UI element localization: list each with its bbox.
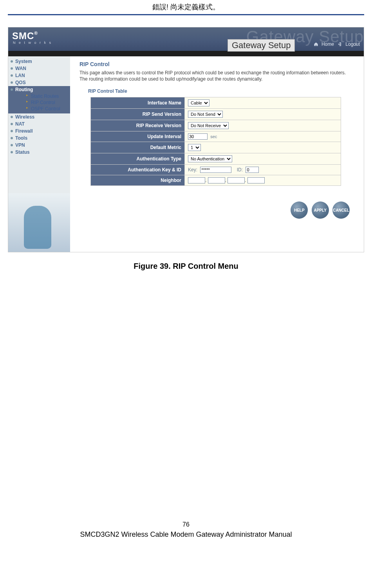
key-label: Key: [188, 167, 197, 173]
home-icon [314, 42, 318, 47]
label-update-interval: Update Interval [91, 131, 185, 142]
update-interval-unit: sec [210, 134, 217, 139]
update-interval-input[interactable] [188, 133, 208, 140]
sidebar-item-firewall[interactable]: Firewall [8, 128, 70, 135]
sidebar-item-label: RIP Control [31, 100, 55, 105]
logo-registered: ® [34, 31, 38, 36]
label-rip-send: RIP Send Version [91, 109, 185, 120]
top-warning: 錯誤! 尚未定義樣式。 [8, 0, 364, 13]
neighbor-oct4-input[interactable] [247, 177, 265, 183]
sidebar-item-label: Tools [15, 135, 27, 141]
label-auth-type: Authentication Type [91, 153, 185, 165]
rip-control-table: Interface Name Cable RIP Send Version Do… [90, 97, 341, 186]
header-links: Home Logout [311, 41, 360, 47]
auth-id-input[interactable] [246, 167, 259, 173]
sidebar-item-label: Routing [15, 87, 33, 92]
page-title-box: Gateway Setup [228, 39, 295, 52]
sidebar-item-vpn[interactable]: VPN [8, 142, 70, 149]
table-title: RIP Control Table [88, 88, 354, 94]
sidebar-item-system[interactable]: System [8, 58, 70, 65]
header-dark-strip [8, 51, 364, 56]
apply-button[interactable]: APPLY [312, 201, 329, 219]
sidebar-item-label: Wireless [15, 114, 34, 120]
sidebar-sub-rip-control[interactable]: RIP Control [27, 99, 70, 106]
sidebar: System WAN LAN QOS Routing Static Routes… [8, 56, 70, 252]
sidebar-item-lan[interactable]: LAN [8, 72, 70, 79]
sidebar-item-tools[interactable]: Tools [8, 135, 70, 142]
neighbor-oct2-input[interactable] [208, 177, 225, 183]
label-auth-key-id: Authentication Key & ID [91, 165, 185, 175]
page-number: 76 [8, 521, 364, 528]
logo-text: SMC [12, 31, 34, 41]
app-header: SMC® N e t w o r k s Gateway Setup Gatew… [8, 27, 364, 51]
cancel-button[interactable]: CANCEL [332, 201, 350, 219]
neighbor-oct1-input[interactable] [188, 177, 205, 183]
sidebar-item-label: System [15, 59, 32, 64]
logout-icon [338, 42, 342, 47]
main-panel: RIP Control This page allows the users t… [70, 56, 364, 252]
sidebar-item-qos[interactable]: QOS [8, 79, 70, 86]
sidebar-item-label: LAN [15, 73, 25, 78]
sidebar-item-label: OSPF Control [31, 106, 60, 111]
default-metric-select[interactable]: 1 [188, 144, 201, 151]
sidebar-item-label: QOS [15, 80, 26, 85]
auth-key-input[interactable] [200, 167, 231, 173]
footer-title: SMCD3GN2 Wireless Cable Modem Gateway Ad… [8, 530, 364, 539]
sidebar-item-routing[interactable]: Routing Static Routes RIP Control OSPF C… [8, 86, 70, 113]
help-button[interactable]: HELP [291, 201, 308, 219]
sidebar-item-wireless[interactable]: Wireless [8, 113, 70, 120]
sidebar-item-label: NAT [15, 121, 25, 127]
logout-link[interactable]: Logout [338, 41, 360, 47]
id-label: ID: [237, 167, 243, 173]
sidebar-item-label: Static Routes [31, 94, 59, 99]
interface-name-select[interactable]: Cable [188, 99, 209, 106]
label-interface-name: Interface Name [91, 97, 185, 109]
sidebar-item-label: VPN [15, 142, 25, 148]
rip-send-select[interactable]: Do Not Send [188, 111, 223, 118]
label-rip-receive: RIP Receive Version [91, 120, 185, 131]
sidebar-item-status[interactable]: Status [8, 149, 70, 156]
sidebar-item-label: WAN [15, 66, 26, 71]
brand-logo: SMC® [12, 31, 38, 41]
sidebar-illustration [8, 193, 70, 252]
sidebar-item-wan[interactable]: WAN [8, 65, 70, 72]
header-rule [8, 14, 364, 15]
brand-subtext: N e t w o r k s [13, 41, 52, 45]
content-row: System WAN LAN QOS Routing Static Routes… [8, 56, 364, 252]
home-label: Home [321, 41, 334, 47]
sidebar-sub-static-routes[interactable]: Static Routes [27, 93, 70, 99]
sidebar-sub-ospf-control[interactable]: OSPF Control [27, 106, 70, 112]
logout-label: Logout [345, 41, 360, 47]
action-button-row: HELP APPLY CANCEL [79, 201, 350, 219]
label-default-metric: Default Metric [91, 142, 185, 153]
label-neighbor: Neighbor [91, 175, 185, 186]
screenshot-frame: SMC® N e t w o r k s Gateway Setup Gatew… [8, 27, 364, 252]
sidebar-item-label: Status [15, 149, 30, 155]
neighbor-oct3-input[interactable] [228, 177, 245, 183]
section-title: RIP Control [79, 61, 354, 67]
sidebar-item-nat[interactable]: NAT [8, 120, 70, 128]
section-description: This page allows the users to control th… [79, 70, 354, 82]
page-footer: 76 SMCD3GN2 Wireless Cable Modem Gateway… [8, 521, 364, 539]
document-page: 錯誤! 尚未定義樣式。 SMC® N e t w o r k s Gateway… [0, 0, 372, 550]
figure-caption: Figure 39. RIP Control Menu [8, 262, 364, 271]
home-link[interactable]: Home [314, 41, 335, 47]
person-illustration [24, 206, 51, 249]
sidebar-item-label: Firewall [15, 128, 33, 134]
auth-type-select[interactable]: No Authentication [188, 155, 232, 162]
rip-receive-select[interactable]: Do Not Receive [188, 122, 229, 129]
